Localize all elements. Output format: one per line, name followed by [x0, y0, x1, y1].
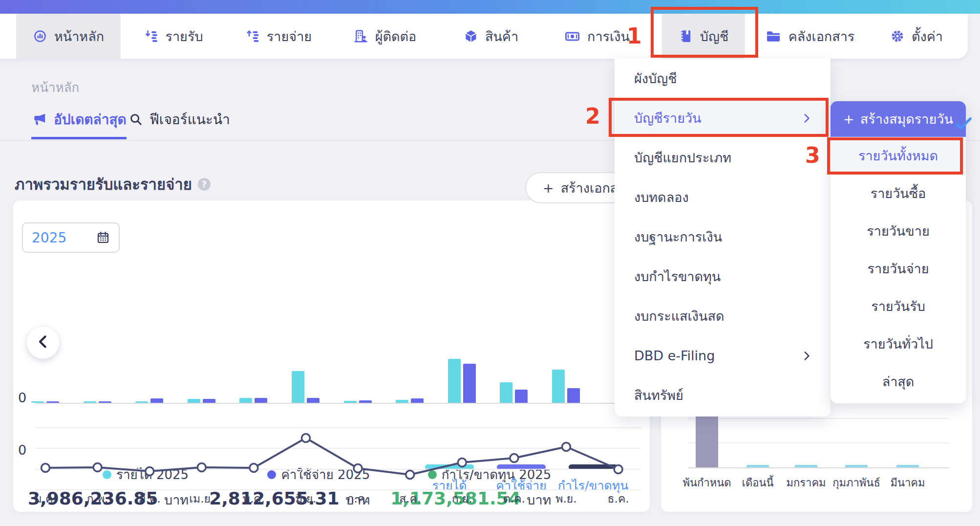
create-journal-button[interactable]: + สร้างสมุดรายวัน: [831, 101, 966, 137]
nav-item-label: บัญชี: [700, 26, 728, 47]
menu-item-label: สินทรัพย์: [634, 385, 683, 406]
documents-icon: [766, 28, 782, 44]
month-label-8: ส.ค.: [399, 490, 421, 507]
submenu-item-7[interactable]: ล่าสุด: [831, 363, 966, 400]
income-icon: [144, 29, 158, 44]
products-icon: [464, 29, 478, 44]
nav-item-label: การเงิน: [587, 26, 630, 47]
chevron-right-icon: [800, 350, 813, 362]
menu-item-label: บัญชีแยกประเภท: [634, 147, 731, 168]
nav-item-3[interactable]: รายจ่าย: [245, 14, 312, 59]
menu-item-5[interactable]: งบฐานะการเงิน: [615, 217, 831, 257]
line-point-ธ.ค.: [614, 465, 622, 474]
chart-back-button[interactable]: [27, 327, 59, 359]
year-selector[interactable]: 2025: [22, 222, 120, 253]
daily-journal-submenu: + สร้างสมุดรายวัน รายวันทั้งหมดรายวันซื้…: [831, 101, 966, 403]
menu-item-7[interactable]: งบกระแสเงินสด: [615, 296, 831, 336]
bar-income-ส.ค.: [396, 400, 408, 403]
top-gradient-bar: [0, 0, 980, 14]
nav-item-label: รายจ่าย: [267, 26, 312, 47]
month-label-9: ก.ย.: [452, 490, 472, 507]
submenu-item-2[interactable]: รายวันซื้อ: [831, 175, 966, 212]
month-label-1: ม.ค.: [34, 490, 56, 507]
megaphone-icon: [31, 111, 47, 128]
nav-item-2[interactable]: รายรับ: [144, 14, 203, 59]
menu-item-label: ผังบัญชี: [634, 68, 677, 89]
line-point-มี.ค.: [146, 467, 154, 476]
menu-item-2[interactable]: บัญชีรายวัน: [615, 98, 831, 138]
accounting-icon: [679, 29, 693, 44]
finance-icon: [564, 28, 580, 44]
line-point-ม.ค.: [42, 464, 50, 472]
bar-income-พ.ค.: [239, 398, 252, 403]
nav-item-label: ตั้งค่า: [912, 26, 943, 47]
income-expense-overview-card: 2025 รายได้ 20253,986,236.85 บาท+ มากกว่…: [13, 200, 650, 512]
nav-item-7[interactable]: บัญชี: [662, 14, 745, 59]
nav-item-4[interactable]: ผู้ติดต่อ: [354, 14, 417, 59]
nav-item-8[interactable]: คลังเอกสาร: [766, 14, 855, 59]
mini-gridline-3: [688, 418, 949, 419]
mini-label-4: กุมภาพันธ์: [832, 474, 880, 491]
menu-item-label: งบฐานะการเงิน: [634, 226, 722, 247]
submenu-item-3[interactable]: รายวันขาย: [831, 212, 966, 250]
submenu-item-6[interactable]: รายวันทั่วไป: [831, 325, 966, 363]
menu-item-8[interactable]: DBD e-Filing: [615, 336, 831, 375]
nav-item-9[interactable]: ตั้งค่า: [890, 14, 943, 59]
month-axis-labels: ม.ค.ก.พ.มี.ค.เม.ย.พ.ค.มิ.ย.ก.ค.ส.ค.ก.ย.ต…: [13, 490, 650, 506]
bar-expense-พ.ค.: [255, 398, 267, 403]
menu-item-6[interactable]: งบกำไรขาดทุน: [615, 257, 831, 296]
tab-recommended-features[interactable]: ฟีเจอร์แนะนำ: [128, 109, 230, 130]
chevron-right-icon: [800, 112, 813, 125]
month-label-7: ก.ค.: [347, 490, 369, 507]
line-point-พ.ค.: [250, 464, 258, 472]
mini-label-1: พ้นกำหนด: [682, 474, 731, 491]
tab-latest-updates[interactable]: อัปเดตล่าสุด: [31, 109, 127, 139]
help-icon[interactable]: ?: [198, 178, 211, 191]
menu-item-label: บัญชีรายวัน: [634, 108, 702, 129]
month-label-3: มี.ค.: [139, 490, 161, 507]
bar-chart-axis: [35, 403, 641, 404]
nav-item-6[interactable]: การเงิน: [564, 14, 630, 59]
bar-income-ม.ค.: [31, 401, 44, 403]
submenu-item-1[interactable]: รายวันทั้งหมด: [831, 137, 966, 175]
bar-expense-มี.ค.: [150, 398, 163, 403]
settings-icon: [890, 29, 905, 44]
menu-item-label: งบกระแสเงินสด: [634, 306, 724, 327]
mini-label-5: มีนาคม: [890, 474, 925, 491]
menu-item-3[interactable]: บัญชีแยกประเภท: [615, 138, 831, 177]
tab-label: ฟีเจอร์แนะนำ: [149, 109, 230, 130]
bar-income-เม.ย.: [188, 399, 200, 403]
annotation-number-1: 1: [627, 23, 642, 48]
bar-expense-ต.ค.: [515, 390, 528, 403]
bar-expense-พ.ย.: [567, 388, 580, 403]
nav-item-label: หน้าหลัก: [54, 26, 104, 47]
bar-expense-ก.พ.: [99, 401, 111, 403]
mini-bar-5: [896, 465, 919, 467]
breadcrumb: หน้าหลัก: [31, 77, 79, 97]
line-point-เม.ย.: [197, 463, 206, 472]
submenu-item-5[interactable]: รายวันรับ: [831, 287, 966, 325]
menu-item-4[interactable]: งบทดลอง: [615, 177, 831, 217]
contacts-icon: [354, 29, 368, 44]
bar-income-ก.พ.: [84, 401, 96, 403]
nav-item-1[interactable]: หน้าหลัก: [16, 14, 121, 59]
section-title: ภาพรวมรายรับและรายจ่าย ?: [15, 172, 211, 197]
bar-income-มิ.ย.: [292, 371, 304, 403]
mini-bar-4: [845, 465, 868, 467]
mini-chart-axis: [688, 467, 949, 468]
bar-income-พ.ย.: [552, 370, 565, 403]
bar-chart: [13, 340, 650, 404]
menu-item-9[interactable]: สินทรัพย์: [615, 375, 831, 415]
submenu-item-4[interactable]: รายวันจ่าย: [831, 250, 966, 287]
bar-expense-ก.ค.: [359, 400, 372, 403]
chevron-left-icon: [34, 333, 52, 352]
plus-icon: +: [543, 180, 554, 196]
month-label-4: เม.ย.: [189, 490, 214, 507]
month-label-10: ต.ค.: [503, 490, 525, 507]
nav-item-5[interactable]: สินค้า: [464, 14, 518, 59]
line-point-ก.ย.: [458, 459, 466, 467]
mini-bar-2: [746, 465, 769, 467]
bar-expense-ม.ค.: [46, 401, 59, 403]
menu-item-label: งบทดลอง: [634, 187, 689, 208]
menu-item-1[interactable]: ผังบัญชี: [615, 59, 831, 98]
